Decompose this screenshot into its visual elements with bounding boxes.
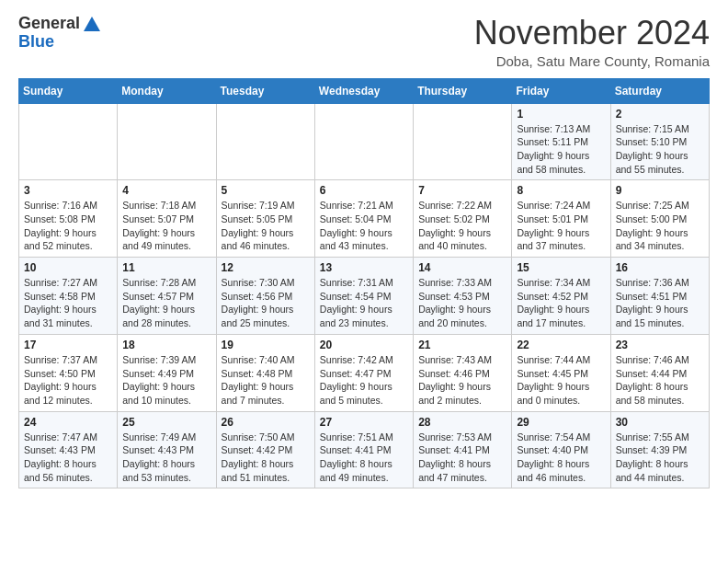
day-info: Sunrise: 7:34 AM Sunset: 4:52 PM Dayligh… [517, 276, 605, 330]
location: Doba, Satu Mare County, Romania [474, 53, 710, 69]
day-number: 26 [222, 416, 310, 429]
logo-general: General [18, 15, 80, 33]
day-info: Sunrise: 7:53 AM Sunset: 4:41 PM Dayligh… [418, 431, 506, 485]
day-number: 19 [222, 339, 310, 351]
weekday-header: Friday [512, 78, 610, 103]
day-number: 24 [24, 416, 112, 429]
logo-blue: Blue [18, 32, 54, 51]
day-info: Sunrise: 7:15 AM Sunset: 5:10 PM Dayligh… [616, 122, 704, 177]
calendar-cell [19, 103, 118, 180]
day-number: 3 [24, 184, 112, 197]
day-number: 1 [517, 108, 605, 121]
day-info: Sunrise: 7:42 AM Sunset: 4:47 PM Dayligh… [320, 353, 408, 408]
day-number: 7 [418, 184, 506, 197]
day-info: Sunrise: 7:39 AM Sunset: 4:49 PM Dayligh… [122, 353, 210, 408]
calendar-cell: 13Sunrise: 7:31 AM Sunset: 4:54 PM Dayli… [314, 258, 413, 335]
calendar-week-row: 17Sunrise: 7:37 AM Sunset: 4:50 PM Dayli… [19, 334, 710, 411]
day-info: Sunrise: 7:25 AM Sunset: 5:00 PM Dayligh… [616, 199, 704, 253]
calendar-cell: 24Sunrise: 7:47 AM Sunset: 4:43 PM Dayli… [19, 411, 118, 488]
calendar-cell: 4Sunrise: 7:18 AM Sunset: 5:07 PM Daylig… [118, 180, 216, 258]
logo-triangle-icon [84, 17, 100, 31]
day-info: Sunrise: 7:24 AM Sunset: 5:01 PM Dayligh… [517, 199, 605, 253]
month-title: November 2024 [474, 15, 710, 52]
calendar-cell: 26Sunrise: 7:50 AM Sunset: 4:42 PM Dayli… [216, 411, 314, 488]
weekday-header: Monday [118, 78, 216, 103]
day-info: Sunrise: 7:27 AM Sunset: 4:58 PM Dayligh… [24, 276, 112, 330]
day-info: Sunrise: 7:22 AM Sunset: 5:02 PM Dayligh… [418, 199, 506, 253]
day-number: 4 [122, 184, 210, 197]
calendar-cell [314, 103, 413, 180]
weekday-header: Tuesday [216, 78, 314, 103]
day-info: Sunrise: 7:28 AM Sunset: 4:57 PM Dayligh… [122, 276, 210, 330]
calendar-cell: 11Sunrise: 7:28 AM Sunset: 4:57 PM Dayli… [118, 258, 216, 335]
calendar-cell: 21Sunrise: 7:43 AM Sunset: 4:46 PM Dayli… [414, 334, 512, 411]
day-info: Sunrise: 7:33 AM Sunset: 4:53 PM Dayligh… [418, 276, 506, 330]
calendar-cell: 29Sunrise: 7:54 AM Sunset: 4:40 PM Dayli… [512, 411, 610, 488]
day-info: Sunrise: 7:37 AM Sunset: 4:50 PM Dayligh… [24, 353, 112, 408]
day-info: Sunrise: 7:47 AM Sunset: 4:43 PM Dayligh… [24, 431, 112, 485]
calendar-cell: 25Sunrise: 7:49 AM Sunset: 4:43 PM Dayli… [118, 411, 216, 488]
calendar-cell: 5Sunrise: 7:19 AM Sunset: 5:05 PM Daylig… [216, 180, 314, 258]
day-number: 17 [24, 339, 112, 351]
day-number: 18 [122, 339, 210, 351]
day-number: 28 [418, 416, 506, 429]
calendar-cell [414, 103, 512, 180]
day-number: 13 [320, 261, 408, 274]
day-number: 11 [122, 261, 210, 274]
day-number: 9 [616, 184, 704, 197]
day-number: 5 [222, 184, 310, 197]
calendar-cell: 27Sunrise: 7:51 AM Sunset: 4:41 PM Dayli… [314, 411, 413, 488]
logo: General Blue [18, 15, 100, 52]
day-number: 14 [418, 261, 506, 274]
day-info: Sunrise: 7:46 AM Sunset: 4:44 PM Dayligh… [616, 353, 704, 408]
logo-text-block: General Blue [18, 15, 100, 52]
weekday-header: Sunday [19, 78, 118, 103]
day-info: Sunrise: 7:55 AM Sunset: 4:39 PM Dayligh… [616, 431, 704, 485]
header: General Blue November 2024 Doba, Satu Ma… [18, 15, 710, 69]
day-info: Sunrise: 7:19 AM Sunset: 5:05 PM Dayligh… [222, 199, 310, 253]
calendar-cell: 15Sunrise: 7:34 AM Sunset: 4:52 PM Dayli… [512, 258, 610, 335]
calendar-week-row: 10Sunrise: 7:27 AM Sunset: 4:58 PM Dayli… [19, 258, 710, 335]
day-number: 15 [517, 261, 605, 274]
day-number: 6 [320, 184, 408, 197]
day-info: Sunrise: 7:43 AM Sunset: 4:46 PM Dayligh… [418, 353, 506, 408]
svg-marker-0 [84, 17, 100, 31]
day-info: Sunrise: 7:50 AM Sunset: 4:42 PM Dayligh… [222, 431, 310, 485]
weekday-header: Saturday [610, 78, 709, 103]
day-info: Sunrise: 7:18 AM Sunset: 5:07 PM Dayligh… [122, 199, 210, 253]
day-number: 29 [517, 416, 605, 429]
day-number: 25 [122, 416, 210, 429]
calendar-cell: 14Sunrise: 7:33 AM Sunset: 4:53 PM Dayli… [414, 258, 512, 335]
calendar-cell: 9Sunrise: 7:25 AM Sunset: 5:00 PM Daylig… [610, 180, 709, 258]
calendar-cell: 18Sunrise: 7:39 AM Sunset: 4:49 PM Dayli… [118, 334, 216, 411]
calendar-cell: 19Sunrise: 7:40 AM Sunset: 4:48 PM Dayli… [216, 334, 314, 411]
day-info: Sunrise: 7:13 AM Sunset: 5:11 PM Dayligh… [517, 122, 605, 177]
day-info: Sunrise: 7:54 AM Sunset: 4:40 PM Dayligh… [517, 431, 605, 485]
calendar-cell: 10Sunrise: 7:27 AM Sunset: 4:58 PM Dayli… [19, 258, 118, 335]
day-info: Sunrise: 7:44 AM Sunset: 4:45 PM Dayligh… [517, 353, 605, 408]
calendar-cell: 7Sunrise: 7:22 AM Sunset: 5:02 PM Daylig… [414, 180, 512, 258]
calendar-cell: 23Sunrise: 7:46 AM Sunset: 4:44 PM Dayli… [610, 334, 709, 411]
calendar-cell: 30Sunrise: 7:55 AM Sunset: 4:39 PM Dayli… [610, 411, 709, 488]
calendar-week-row: 3Sunrise: 7:16 AM Sunset: 5:08 PM Daylig… [19, 180, 710, 258]
day-number: 30 [616, 416, 704, 429]
calendar-cell [118, 103, 216, 180]
calendar-header-row: SundayMondayTuesdayWednesdayThursdayFrid… [19, 78, 710, 103]
title-block: November 2024 Doba, Satu Mare County, Ro… [474, 15, 710, 69]
calendar-cell: 8Sunrise: 7:24 AM Sunset: 5:01 PM Daylig… [512, 180, 610, 258]
day-number: 16 [616, 261, 704, 274]
page: General Blue November 2024 Doba, Satu Ma… [0, 0, 728, 503]
calendar-cell: 3Sunrise: 7:16 AM Sunset: 5:08 PM Daylig… [19, 180, 118, 258]
calendar-cell: 2Sunrise: 7:15 AM Sunset: 5:10 PM Daylig… [610, 103, 709, 180]
calendar-table: SundayMondayTuesdayWednesdayThursdayFrid… [18, 78, 710, 489]
day-number: 21 [418, 339, 506, 351]
weekday-header: Thursday [414, 78, 512, 103]
weekday-header: Wednesday [314, 78, 413, 103]
day-number: 2 [616, 108, 704, 121]
day-number: 10 [24, 261, 112, 274]
day-number: 12 [222, 261, 310, 274]
day-info: Sunrise: 7:51 AM Sunset: 4:41 PM Dayligh… [320, 431, 408, 485]
day-info: Sunrise: 7:30 AM Sunset: 4:56 PM Dayligh… [222, 276, 310, 330]
day-number: 22 [517, 339, 605, 351]
day-info: Sunrise: 7:31 AM Sunset: 4:54 PM Dayligh… [320, 276, 408, 330]
